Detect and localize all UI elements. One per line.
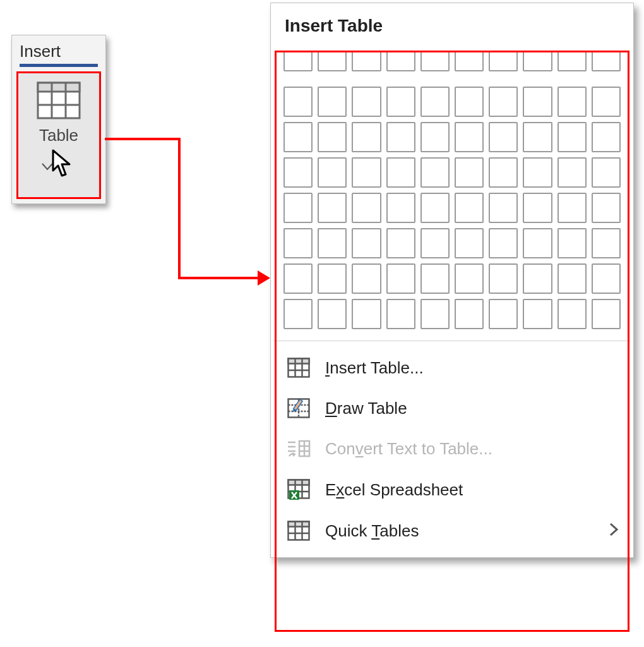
grid-cell[interactable] — [558, 122, 587, 152]
grid-cell[interactable] — [352, 122, 381, 152]
grid-cell[interactable] — [386, 157, 415, 188]
grid-cell[interactable] — [558, 299, 587, 329]
grid-cell[interactable] — [558, 51, 587, 71]
draw-table-icon — [286, 398, 311, 418]
menu-item-label: Excel Spreadsheet — [325, 480, 463, 500]
grid-cell[interactable] — [352, 228, 381, 258]
grid-cell[interactable] — [318, 122, 347, 152]
ribbon-insert-snippet: Insert Table — [11, 35, 106, 204]
grid-cell[interactable] — [558, 87, 587, 117]
grid-cell[interactable] — [592, 263, 621, 294]
grid-cell[interactable] — [558, 157, 587, 188]
convert-text-icon — [286, 438, 311, 459]
grid-cell[interactable] — [318, 87, 347, 117]
menu-item-table[interactable]: Insert Table... — [271, 348, 633, 388]
grid-cell[interactable] — [283, 122, 313, 152]
grid-cell[interactable] — [386, 299, 415, 329]
grid-cell[interactable] — [489, 228, 518, 258]
grid-cell[interactable] — [352, 299, 381, 329]
menu-item-excel[interactable]: Excel Spreadsheet — [271, 469, 633, 511]
grid-cell[interactable] — [283, 263, 313, 294]
grid-cell[interactable] — [318, 299, 347, 329]
grid-cell[interactable] — [592, 51, 621, 71]
grid-cell[interactable] — [318, 228, 347, 258]
grid-cell[interactable] — [420, 193, 450, 223]
grid-cell[interactable] — [592, 193, 621, 223]
grid-cell[interactable] — [386, 263, 415, 294]
grid-cell[interactable] — [489, 157, 518, 188]
grid-cell[interactable] — [352, 157, 381, 188]
grid-cell[interactable] — [592, 122, 621, 152]
menu-item-draw-table[interactable]: Draw Table — [271, 388, 633, 428]
svg-rect-6 — [289, 359, 309, 364]
excel-icon — [286, 479, 311, 500]
grid-cell[interactable] — [592, 299, 621, 329]
grid-cell[interactable] — [455, 299, 484, 329]
grid-cell[interactable] — [455, 193, 484, 223]
grid-cell[interactable] — [523, 87, 552, 117]
menu-item-label: Draw Table — [325, 399, 407, 418]
grid-cell[interactable] — [489, 299, 518, 329]
grid-cell[interactable] — [489, 51, 518, 71]
grid-cell[interactable] — [523, 51, 552, 71]
grid-cell[interactable] — [386, 87, 415, 117]
grid-cell[interactable] — [455, 87, 484, 117]
grid-cell[interactable] — [489, 87, 518, 117]
grid-cell[interactable] — [352, 193, 381, 223]
grid-cell[interactable] — [283, 228, 313, 258]
grid-cell[interactable] — [523, 263, 552, 294]
table-button-label: Table — [39, 126, 78, 145]
grid-cell[interactable] — [489, 263, 518, 294]
grid-cell[interactable] — [455, 263, 484, 294]
grid-cell[interactable] — [455, 228, 484, 258]
quick-tables-icon — [286, 521, 311, 541]
grid-cell[interactable] — [523, 228, 552, 258]
grid-cell[interactable] — [318, 157, 347, 188]
grid-cell[interactable] — [489, 193, 518, 223]
grid-cell[interactable] — [283, 157, 313, 188]
svg-rect-31 — [289, 522, 309, 527]
grid-cell[interactable] — [386, 193, 415, 223]
grid-cell[interactable] — [523, 193, 552, 223]
menu-item-quick-tables[interactable]: Quick Tables — [271, 511, 633, 551]
grid-cell[interactable] — [318, 51, 347, 71]
table-dropdown-button[interactable]: Table — [17, 72, 100, 198]
grid-cell[interactable] — [558, 228, 587, 258]
grid-cell[interactable] — [283, 51, 313, 71]
grid-cell[interactable] — [283, 299, 313, 329]
grid-cell[interactable] — [386, 122, 415, 152]
grid-cell[interactable] — [558, 193, 587, 223]
grid-cell[interactable] — [283, 193, 313, 223]
grid-cell[interactable] — [558, 263, 587, 294]
grid-cell[interactable] — [592, 228, 621, 258]
grid-cell[interactable] — [455, 157, 484, 188]
grid-cell[interactable] — [592, 87, 621, 117]
grid-cell[interactable] — [455, 122, 484, 152]
grid-cell[interactable] — [386, 228, 415, 258]
grid-cell[interactable] — [592, 157, 621, 188]
grid-cell[interactable] — [420, 87, 450, 117]
ribbon-tab-insert[interactable]: Insert — [12, 35, 105, 67]
grid-cell[interactable] — [420, 263, 450, 294]
grid-cell[interactable] — [489, 122, 518, 152]
grid-cell[interactable] — [352, 263, 381, 294]
grid-cell[interactable] — [420, 157, 450, 188]
grid-cell[interactable] — [420, 122, 450, 152]
grid-cell[interactable] — [283, 87, 313, 117]
grid-cell[interactable] — [352, 87, 381, 117]
grid-cell[interactable] — [420, 299, 450, 329]
menu-item-convert-text: Convert Text to Table... — [271, 428, 633, 469]
grid-cell[interactable] — [318, 193, 347, 223]
menu-item-label: Insert Table... — [325, 358, 424, 378]
table-icon — [286, 358, 311, 378]
insert-table-grid[interactable] — [271, 51, 633, 341]
grid-cell[interactable] — [523, 122, 552, 152]
grid-cell[interactable] — [318, 263, 347, 294]
grid-cell[interactable] — [420, 228, 450, 258]
grid-cell[interactable] — [523, 157, 552, 188]
grid-cell[interactable] — [386, 51, 415, 71]
grid-cell[interactable] — [455, 51, 484, 71]
grid-cell[interactable] — [352, 51, 381, 71]
grid-cell[interactable] — [523, 299, 552, 329]
grid-cell[interactable] — [420, 51, 450, 71]
